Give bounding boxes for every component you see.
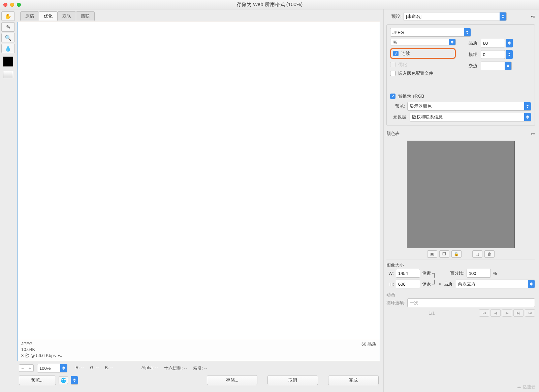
hand-tool-icon[interactable]: ✋ [1, 11, 15, 21]
preview-canvas[interactable] [18, 22, 380, 339]
foreground-swatch[interactable] [3, 57, 13, 67]
zoom-tool-icon[interactable]: 🔍 [1, 33, 15, 42]
save-button[interactable]: 存储... [207, 375, 257, 385]
embed-profile-label: 嵌入颜色配置文件 [398, 70, 433, 76]
metadata-value: 版权和联系信息 [412, 114, 443, 120]
preview-menu-icon[interactable] [58, 354, 62, 358]
link-bracket-icon: ┐ [432, 272, 437, 275]
preset-value: [未命名] [406, 13, 421, 20]
preview-timing: 3 秒 @ 56.6 Kbps [21, 353, 56, 359]
preview-profile-select[interactable]: 显示器颜色 [407, 102, 531, 111]
chevron-updown-icon [449, 39, 455, 45]
play-icon: ▶ [502, 309, 512, 317]
first-frame-icon: ⏮ [479, 309, 489, 317]
watermark: ☁ 亿速云 [516, 384, 536, 390]
progressive-checkbox[interactable] [393, 51, 399, 56]
window-title: 存储为 Web 所用格式 (100%) [0, 1, 539, 8]
zoom-out-button[interactable]: − [19, 364, 26, 372]
browser-select[interactable] [71, 376, 78, 385]
srgb-checkbox[interactable] [390, 94, 395, 99]
readout-alpha: Alpha: -- [141, 365, 158, 371]
preview-format: JPEG [21, 341, 62, 346]
chevron-updown-icon [524, 102, 531, 110]
ct-lock-icon[interactable]: 🔒 [451, 250, 462, 258]
tab-4up[interactable]: 四联 [76, 11, 95, 21]
ct-trash-icon[interactable]: 🗑 [484, 250, 495, 258]
chevron-updown-icon [505, 62, 511, 70]
readout-index: 索引: -- [193, 365, 207, 371]
percent-input[interactable] [467, 269, 491, 278]
link-bracket-icon: ┘ [432, 282, 437, 286]
ct-cube-icon[interactable]: ❒ [439, 250, 449, 258]
link-icon[interactable]: ⚭ [438, 282, 442, 287]
image-size-section: 图像大小 W: 像素 ┐ 百分比: % H: 像素 ┘ ⚭ 品质: 两次立方 [386, 259, 535, 290]
progressive-label: 连续 [401, 50, 410, 57]
next-frame-icon: ▶| [513, 309, 524, 317]
optimized-label: 优化 [398, 62, 407, 68]
readout-b: B: -- [105, 365, 113, 371]
preview-profile-label: 预览: [390, 103, 405, 109]
color-table-label: 颜色表 [386, 131, 400, 137]
animation-section: 动画 循环选项: 一次 1/1 ⏮ ◀ ▶ ▶| ⏭ [386, 292, 535, 319]
blur-stepper[interactable] [506, 50, 513, 59]
optimized-checkbox [390, 62, 395, 67]
done-button[interactable]: 完成 [328, 375, 379, 385]
quality-preset-select[interactable]: 高 [390, 39, 456, 45]
preview-button[interactable]: 预览... [19, 375, 56, 385]
chevron-updown-icon [528, 280, 535, 288]
preset-label: 预设: [386, 13, 402, 20]
browser-icon[interactable]: 🌐 [59, 376, 68, 384]
color-table-section: 颜色表 ▣ ❒ 🔒 ▢ 🗑 [386, 131, 535, 258]
embed-profile-checkbox[interactable] [390, 71, 395, 76]
blur-label: 模糊: [466, 51, 479, 58]
width-label: W: [386, 271, 394, 276]
progressive-highlight: 连续 [390, 48, 456, 59]
preview-tabs: 原稿 优化 双联 四联 [18, 11, 380, 21]
slice-visibility-icon[interactable] [3, 71, 13, 78]
percent-label: 百分比: [450, 270, 465, 276]
color-readout: R: -- G: -- B: -- Alpha: -- 十六进制: -- 索引:… [71, 365, 379, 371]
zoom-in-button[interactable]: + [26, 364, 34, 372]
readout-g: G: -- [90, 365, 99, 371]
preset-select[interactable]: [未命名] [404, 12, 507, 21]
right-panel: 预设: [未命名] JPEG 高 [383, 9, 539, 392]
preview-quality: 60 品质 [361, 341, 376, 347]
quality-preset-value: 高 [392, 39, 397, 45]
blur-input[interactable] [481, 50, 505, 59]
quality-input[interactable] [481, 39, 505, 47]
format-select[interactable]: JPEG [390, 28, 471, 37]
height-input[interactable] [396, 280, 420, 288]
zoom-select[interactable]: 100% [37, 364, 67, 372]
chevron-updown-icon [500, 12, 506, 21]
px-unit1: 像素 [422, 270, 431, 276]
px-unit2: 像素 [422, 281, 431, 287]
matte-select[interactable] [481, 62, 512, 70]
loop-label: 循环选项: [386, 300, 405, 306]
resample-select[interactable]: 两次立方 [456, 280, 535, 288]
tab-original[interactable]: 原稿 [20, 11, 39, 21]
eyedropper-tool-icon[interactable]: 💧 [1, 44, 15, 53]
color-table-menu-icon[interactable] [531, 132, 535, 136]
ct-swatch-icon[interactable]: ▣ [427, 250, 437, 258]
tab-optimized[interactable]: 优化 [39, 11, 58, 21]
color-table [407, 141, 515, 248]
chevron-updown-icon [71, 376, 78, 384]
ct-new-icon[interactable]: ▢ [472, 250, 482, 258]
format-value: JPEG [392, 30, 404, 35]
panel-menu-icon[interactable] [531, 14, 535, 19]
quality-label: 品质: [466, 40, 479, 46]
preview-canvas-wrap: JPEG 10.64K 3 秒 @ 56.6 Kbps 60 品质 [18, 22, 380, 361]
width-input[interactable] [396, 269, 420, 278]
quality2-label: 品质: [444, 281, 454, 287]
cancel-button[interactable]: 取消 [267, 375, 318, 385]
chevron-updown-icon [464, 28, 471, 36]
metadata-select[interactable]: 版权和联系信息 [410, 113, 531, 121]
slice-tool-icon[interactable]: ✎ [1, 22, 15, 32]
frame-indicator: 1/1 [386, 311, 477, 316]
format-settings: JPEG 高 连续 优化 [386, 24, 535, 126]
image-size-label: 图像大小 [386, 262, 535, 268]
quality-stepper[interactable] [506, 39, 513, 47]
tab-2up[interactable]: 双联 [57, 11, 76, 21]
chevron-updown-icon [60, 364, 67, 372]
left-toolbar: ✋ ✎ 🔍 💧 [0, 9, 16, 392]
